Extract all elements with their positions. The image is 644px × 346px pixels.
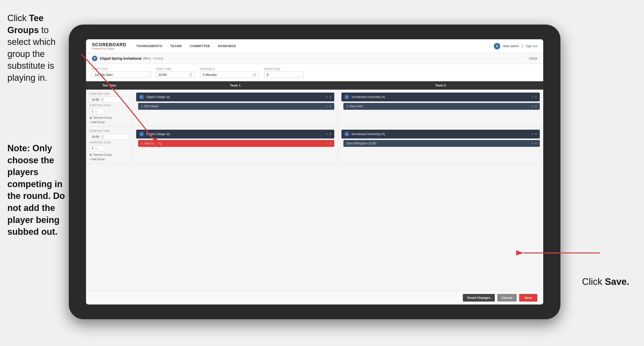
logo-title: SCOREBOARD [92,42,126,47]
team1-card-1[interactable]: C Clippd College (A) × ⬍ [136,93,334,101]
player2-remove-2[interactable]: × [532,142,534,145]
remove-group-label-2: Remove Group [94,153,112,156]
nav-teams[interactable]: TEAMS [170,44,182,48]
team2-remove-1[interactable]: × [532,95,534,99]
reset-changes-button[interactable]: Reset Changes [463,294,495,302]
nav-right: B blair admin | Sign out [494,43,537,49]
add-group-btn-2[interactable]: + Add Group [90,158,129,161]
start-time-input[interactable]: 10:00 🕐 [156,71,195,78]
player1-sort-1[interactable]: ⬍ [329,105,331,108]
team1-card-2[interactable]: C Clippd College (A) × ⬍ [136,130,334,138]
clock-icon-4: 🕐 [100,135,104,138]
team1-icon-1: C [139,94,144,99]
starting-hole-value-2: 1 [92,147,94,150]
intervals-label: Intervals [200,68,259,70]
starting-hole-input-1[interactable]: 1 ⌄ [90,108,104,114]
remove-group-btn-2[interactable]: 🗑 Remove Group [90,153,129,156]
starting-time-value-1: 10:00 [92,98,99,101]
chevron-down-icon-2: ⌄ [298,73,300,77]
player1-card-1[interactable]: 1. Rich Butler × ⬍ [138,103,334,110]
nav-logo: SCOREBOARD Powered by clippd [92,42,126,50]
team2-card-2[interactable]: S Scoreboard University (A) × ⬍ [342,130,540,138]
starting-time-input-2[interactable]: 10:05 🕐 [90,134,129,140]
group-size-label: Group Size [264,68,303,70]
player2-actions-1: × ⬍ [532,105,537,108]
start-type-input[interactable]: 1st Tee Start ⌄ [92,71,151,78]
team2-name-1: Scoreboard University (A) [351,95,530,99]
team1-remove-1[interactable]: × [326,95,328,99]
team1-sort-1[interactable]: ⬍ [329,96,331,98]
intervals-value: 5 Minutes [203,73,216,77]
clock-icon: 🕐 [189,73,192,77]
navbar: SCOREBOARD Powered by clippd TOURNAMENTS… [86,39,543,53]
player2-card-2[interactable]: Dave Billingham (SUB) × ⬍ [344,140,540,147]
team2-remove-2[interactable]: × [532,132,534,136]
intervals-input[interactable]: 5 Minutes 🕐 [200,71,259,78]
start-type-label: Start Type [92,68,151,70]
team2-panel-1: S Scoreboard University (A) × ⬍ 1. Rees … [338,90,543,126]
remove-group-label-1: Remove Group [94,116,112,119]
team2-icon-1: S [344,94,349,99]
trash-icon-1: 🗑 [90,116,92,119]
player1-actions-2: × ⬍ [326,142,331,145]
team2-sort-1[interactable]: ⬍ [535,96,537,98]
note-bold: Note: Only choose the players competing … [7,143,65,237]
instruction-text: Click Tee Groups to select which group t… [0,7,79,89]
starting-hole-input-2[interactable]: 1 ⌄ [90,145,104,151]
nav-items: TOURNAMENTS TEAMS COMMITTEE RANKINGS [136,44,494,48]
team2-card-1[interactable]: S Scoreboard University (A) × ⬍ [342,93,540,101]
content-area: Start Type 1st Tee Start ⌄ Start Time 10… [86,64,543,305]
save-label-annotation: Save. [605,277,629,287]
hosting-badge: Hosting [153,57,163,60]
player1-remove-2[interactable]: × [326,142,328,145]
player2-sort-1[interactable]: ⬍ [535,105,537,108]
starting-time-value-2: 10:05 [92,135,99,138]
player2-card-1[interactable]: 1. Rees Britt × ⬍ [344,103,540,110]
chevron-hole-2: ⌄ [95,147,97,150]
team2-panel-2: S Scoreboard University (A) × ⬍ Dave Bil… [338,127,543,164]
tee-groups-body: STARTING TIME: 10:00 🕐 STARTING HOLE: 1 … [86,90,543,291]
add-group-btn-1[interactable]: + Add Group [90,121,129,123]
remove-group-btn-1[interactable]: 🗑 Remove Group [90,116,129,119]
chevron-hole-1: ⌄ [95,109,97,113]
player1-remove-1[interactable]: × [326,105,328,108]
clock-icon-2: 🕐 [253,73,256,77]
signout-link[interactable]: Sign out [526,44,537,48]
team1-sort-2[interactable]: ⬍ [329,133,331,136]
event-icon: B [92,56,97,61]
player2-sort-2[interactable]: ⬍ [535,142,537,145]
start-type-value: 1st Tee Start [95,73,112,77]
team1-actions-2: × ⬍ [326,132,331,136]
team1-name-2: Clippd College (A) [146,132,324,136]
player2-name-2: Dave Billingham (SUB) [346,142,530,145]
start-time-group: Start Time 10:00 🕐 [156,68,195,78]
player1-card-2[interactable]: 2. Blair McHarg × ⬍ [138,140,334,147]
team2-actions-2: × ⬍ [532,132,537,136]
player2-name-1: 1. Rees Britt [346,105,530,108]
starting-time-input-1[interactable]: 10:00 🕐 [90,97,129,103]
starting-hole-value-1: 1 [92,109,94,113]
cancel-button[interactable]: Cancel [497,294,517,302]
back-button[interactable]: ‹ Back [528,56,537,60]
signout-separator: | [522,44,522,48]
player1-sort-2[interactable]: ⬍ [329,142,331,145]
trash-icon-2: 🗑 [90,153,92,156]
team1-remove-2[interactable]: × [326,132,328,136]
intervals-group: Intervals 5 Minutes 🕐 [200,68,259,78]
tablet-screen: SCOREBOARD Powered by clippd TOURNAMENTS… [86,39,543,305]
clock-icon-3: 🕐 [100,98,104,101]
nav-committee[interactable]: COMMITTEE [190,44,210,48]
nav-rankings[interactable]: RANKINGS [218,44,236,48]
team1-name-1: Clippd College (A) [146,95,324,99]
user-name: blair admin [503,44,519,48]
team2-icon-2: S [344,132,349,137]
tablet-device: SCOREBOARD Powered by clippd TOURNAMENTS… [69,24,560,319]
team2-actions-1: × ⬍ [532,95,537,99]
team2-sort-2[interactable]: ⬍ [535,133,537,136]
chevron-down-icon: ⌄ [146,73,148,77]
footer-bar: Reset Changes Cancel Save [86,291,543,305]
nav-tournaments[interactable]: TOURNAMENTS [136,44,162,48]
player2-remove-1[interactable]: × [532,105,534,108]
save-button[interactable]: Save [519,294,537,302]
group-size-input[interactable]: 2 ⌄ [264,71,303,78]
